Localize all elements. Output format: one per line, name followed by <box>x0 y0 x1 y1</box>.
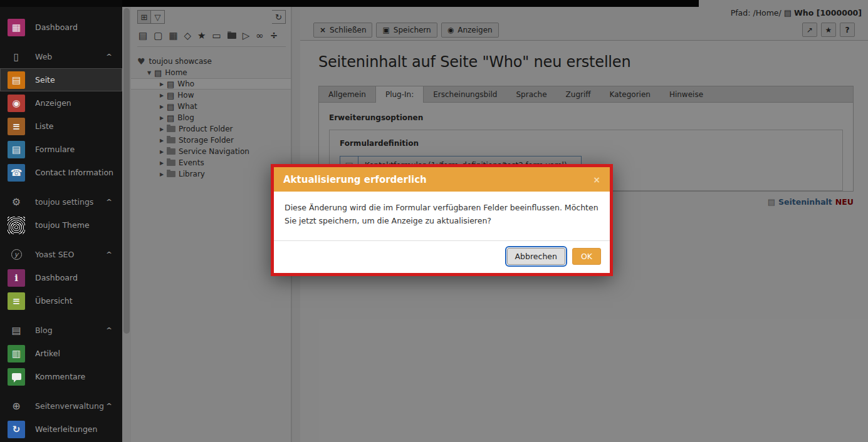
yoast-section-icon: y <box>8 246 25 264</box>
comments-module-icon <box>8 368 25 386</box>
sidebar-item-liste[interactable]: Liste <box>0 115 122 138</box>
view-module-icon <box>8 95 25 112</box>
sidebar-item-label: toujou Theme <box>35 220 90 230</box>
sidebar-item-anzeigen[interactable]: Anzeigen <box>0 91 122 115</box>
sidebar-item-artikel[interactable]: Artikel <box>0 342 122 365</box>
list-module-icon <box>8 118 25 135</box>
contact-module-icon <box>8 164 25 182</box>
redirects-module-icon <box>8 421 25 438</box>
sidebar-item-toujou-theme[interactable]: toujou Theme <box>0 213 122 237</box>
overview-module-icon <box>8 292 25 310</box>
sidebar-item-label: Anzeigen <box>35 98 71 108</box>
modal-footer: Abbrechen OK <box>274 240 610 273</box>
chevron-up-icon[interactable]: ^ <box>106 327 112 334</box>
update-required-modal: Aktualisierung erforderlich × Diese Ände… <box>271 164 613 276</box>
sidebar-item-formulare[interactable]: Formulare <box>0 138 122 161</box>
theme-module-icon <box>8 217 25 234</box>
sidebar-item-label: Formulare <box>35 145 75 154</box>
siteadmin-section-icon <box>8 398 25 415</box>
sidebar-section-label: toujou settings <box>35 197 93 207</box>
sidebar-section-toujou-settings[interactable]: toujou settings ^ <box>0 190 122 213</box>
chevron-up-icon[interactable]: ^ <box>106 53 112 60</box>
chevron-up-icon[interactable]: ^ <box>106 251 112 258</box>
sidebar-section-web[interactable]: Web ^ <box>0 45 122 68</box>
sidebar-item-weiterleitungen[interactable]: Weiterleitungen <box>0 418 122 441</box>
sidebar-item-label: Übersicht <box>35 296 73 306</box>
sidebar-item-label: Weiterleitungen <box>35 424 97 434</box>
web-section-icon <box>8 48 25 66</box>
module-menu: Dashboard Web ^ Seite Anzeigen Liste For… <box>0 0 122 442</box>
sidebar-section-label: Yoast SEO <box>35 250 74 259</box>
sidebar-item-label: Artikel <box>35 349 60 358</box>
sidebar-item-kommentare[interactable]: Kommentare <box>0 365 122 388</box>
forms-module-icon <box>8 141 25 158</box>
sidebar-section-label: Blog <box>35 326 53 335</box>
cancel-button[interactable]: Abbrechen <box>507 248 565 265</box>
blog-section-icon <box>8 322 25 339</box>
sidebar-item-label: Dashboard <box>35 23 78 32</box>
modal-title: Aktualisierung erforderlich <box>283 174 427 185</box>
sidebar-section-label: Seitenverwaltung <box>35 401 104 411</box>
sidebar-section-blog[interactable]: Blog ^ <box>0 319 122 342</box>
sidebar-item-uebersicht[interactable]: Übersicht <box>0 289 122 312</box>
sidebar-item-label: Liste <box>35 121 54 131</box>
close-icon[interactable]: × <box>593 175 600 185</box>
sidebar-item-label: Seite <box>35 75 55 85</box>
chevron-up-icon[interactable]: ^ <box>106 403 112 409</box>
sidebar-item-label: Dashboard <box>35 273 78 282</box>
chevron-up-icon[interactable]: ^ <box>106 198 112 205</box>
page-module-icon <box>8 71 25 89</box>
sidebar-section-label: Web <box>35 52 52 61</box>
sidebar-item-label: Contact Information <box>35 168 113 177</box>
ok-button[interactable]: OK <box>572 248 601 265</box>
sidebar-section-seitenverwaltung[interactable]: Seitenverwaltung ^ <box>0 394 122 418</box>
sidebar-section-yoast-seo[interactable]: y Yoast SEO ^ <box>0 243 122 266</box>
sidebar-item-yoast-dashboard[interactable]: Dashboard <box>0 266 122 289</box>
settings-section-icon <box>8 193 25 211</box>
sidebar-item-dashboard[interactable]: Dashboard <box>0 16 122 39</box>
info-module-icon <box>8 269 25 287</box>
article-module-icon <box>8 345 25 362</box>
dashboard-icon <box>8 19 25 36</box>
sidebar-item-label: Kommentare <box>35 372 85 381</box>
modal-header: Aktualisierung erforderlich × <box>274 167 610 192</box>
sidebar-item-seite[interactable]: Seite <box>0 68 122 91</box>
modal-message: Diese Änderung wird die im Formular verf… <box>274 192 610 240</box>
sidebar-item-contact-information[interactable]: Contact Information <box>0 161 122 184</box>
